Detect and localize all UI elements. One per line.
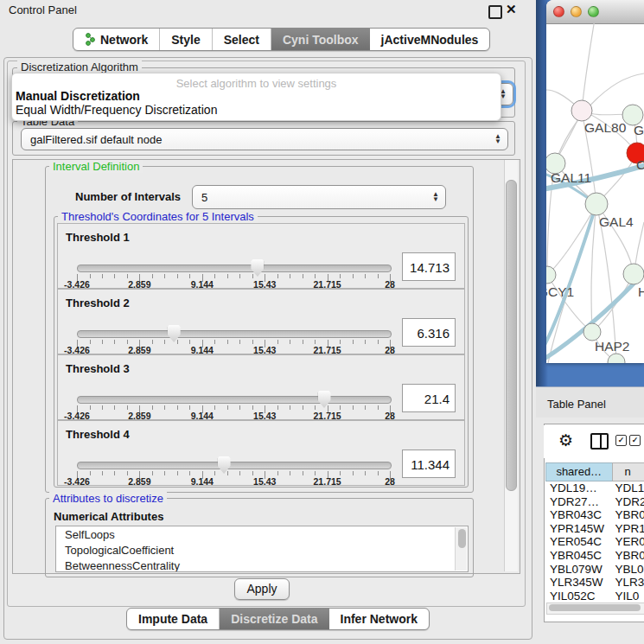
network-node[interactable] (583, 323, 601, 341)
table-row[interactable]: YLR345WYLR3 (545, 576, 644, 590)
discretization-algorithm-group-title: Discretization Algorithm (17, 61, 142, 73)
attributes-scrollbar[interactable] (455, 527, 467, 571)
slider-tick (277, 274, 278, 278)
slider-tick (353, 274, 354, 278)
gear-icon[interactable]: ⚙ (558, 430, 573, 450)
table-row[interactable]: YBL079WYBL0 (545, 563, 644, 577)
slider-tick (303, 405, 303, 410)
threshold-label: Threshold 2 (66, 296, 130, 309)
tab-label: Network (100, 33, 148, 47)
threshold-label: Threshold 4 (66, 428, 130, 441)
tab-infer-network[interactable]: Infer Network (329, 609, 429, 629)
node-label: GAL11 (551, 170, 591, 185)
apply-button[interactable]: Apply (234, 578, 290, 600)
column-header[interactable]: n (612, 462, 644, 481)
slider-tick (114, 340, 115, 344)
attribute-list-item[interactable]: SelfLoops (56, 526, 468, 542)
slider-track[interactable] (77, 330, 392, 338)
horizontal-scrollbar-thumb[interactable] (549, 604, 641, 611)
tab-select[interactable]: Select (213, 29, 271, 50)
checkbox-checked-icon[interactable]: ✓ (629, 435, 641, 446)
close-button[interactable] (553, 6, 564, 17)
network-node[interactable] (571, 100, 592, 121)
table-cell: YPR145W (545, 522, 612, 536)
threshold-label: Threshold 3 (66, 362, 130, 375)
table-row[interactable]: YIL052CYIL0 (545, 590, 644, 601)
numerical-attributes-list[interactable]: SelfLoopsTopologicalCoefficientBetweenne… (55, 526, 469, 572)
table-row[interactable]: YDR27…YDR2 (545, 495, 644, 509)
node-label: HAP2 (595, 339, 630, 354)
table-row[interactable]: YBR045CYBR0 (545, 549, 644, 563)
slider-tick (365, 405, 366, 410)
table-row[interactable]: YPR145WYPR1 (545, 522, 644, 536)
table-row[interactable]: YER054CYER0 (545, 535, 644, 549)
slider-track[interactable] (77, 396, 392, 404)
tab-jactivemnodules[interactable]: jActiveMNodules (370, 29, 490, 50)
tab-impute-data[interactable]: Impute Data (127, 609, 220, 629)
algorithm-option[interactable]: Equal Width/Frequency Discretization (15, 103, 498, 117)
threshold-value-field[interactable]: 14.713 (402, 252, 456, 281)
attribute-list-item[interactable]: TopologicalCoefficient (56, 542, 468, 558)
split-view-icon[interactable] (590, 433, 609, 450)
slider-tick (152, 340, 153, 344)
slider-tick (277, 405, 278, 410)
slider-tick (189, 340, 190, 344)
network-icon (85, 33, 96, 46)
node-table[interactable]: shared…nYDL19…YDL1YDR27…YDR2YBR043CYBR0Y… (545, 462, 644, 601)
threshold-value-field[interactable]: 6.316 (402, 318, 456, 347)
slider-handle[interactable] (318, 391, 331, 408)
slider-tick (252, 340, 253, 344)
attributes-scrollbar-thumb[interactable] (458, 529, 466, 548)
slider-tick (164, 471, 165, 475)
slider-tick (290, 340, 290, 344)
slider-tick (303, 471, 303, 475)
network-node[interactable] (623, 264, 644, 284)
tab-cyni-toolbox[interactable]: Cyni Toolbox (271, 29, 370, 50)
network-node[interactable] (546, 266, 556, 284)
table-row[interactable]: YDL19…YDL1 (545, 481, 644, 495)
table-cell: YDR2 (612, 495, 644, 509)
slider-tick (102, 471, 103, 475)
checkbox-checked-icon[interactable]: ✓ (615, 435, 627, 446)
threshold-value-field[interactable]: 11.344 (402, 450, 456, 478)
slider-tick (340, 274, 341, 278)
table-cell: YBR045C (545, 549, 612, 563)
slider-tick (90, 471, 91, 475)
tab-label: jActiveMNodules (381, 33, 479, 47)
attribute-list-item[interactable]: BetweennessCentrality (56, 558, 468, 572)
slider-tick (239, 274, 240, 278)
threshold-value-field[interactable]: 21.4 (402, 384, 456, 412)
network-canvas[interactable]: GAL80GACGAL11GAL4GCY1HAHAP2 (546, 23, 644, 363)
table-cell: YPR1 (612, 522, 644, 536)
tab-network[interactable]: Network (73, 29, 160, 50)
zoom-button[interactable] (588, 6, 599, 17)
slider-tick (227, 274, 228, 278)
network-node[interactable] (608, 354, 625, 363)
slider-tick (102, 274, 103, 278)
slider-tick (90, 340, 91, 344)
slider-track[interactable] (77, 462, 392, 469)
slider-tick-label: 15.43 (253, 476, 276, 487)
slider-tick (227, 471, 228, 475)
table-row[interactable]: YBR043CYBR0 (545, 508, 644, 522)
tab-discretize-data[interactable]: Discretize Data (220, 609, 328, 629)
network-view-window: GAL80GACGAL11GAL4GCY1HAHAP2 (546, 0, 644, 363)
slider-track[interactable] (77, 265, 392, 272)
close-icon[interactable]: ✕ (506, 2, 517, 17)
network-window-titlebar[interactable] (546, 0, 644, 24)
vertical-scrollbar-thumb[interactable] (506, 180, 517, 491)
network-node[interactable] (585, 193, 608, 215)
slider-handle[interactable] (218, 456, 231, 474)
column-header[interactable]: shared… (545, 462, 612, 481)
minimize-button[interactable] (571, 6, 582, 17)
table-data-combobox-value: galFiltered.sif default node (30, 133, 162, 146)
slider-tick (340, 340, 341, 344)
table-data-combobox[interactable]: galFiltered.sif default node ▲▼ (21, 128, 508, 150)
algorithm-option[interactable]: Manual Discretization (15, 89, 498, 103)
number-of-intervals-combobox[interactable]: 5 ▲▼ (192, 185, 446, 209)
tab-style[interactable]: Style (160, 29, 212, 50)
slider-handle[interactable] (168, 325, 181, 342)
float-icon[interactable] (488, 5, 502, 19)
slider-tick (114, 471, 115, 475)
node-label: HA (638, 284, 644, 299)
